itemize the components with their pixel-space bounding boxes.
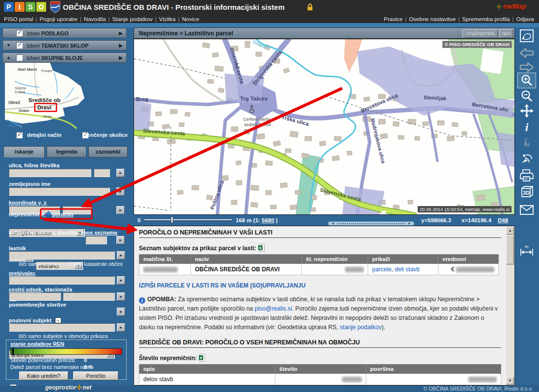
splitter-collapse-icon: ▲	[407, 221, 411, 225]
podlago-checkbox[interactable]: ✓	[16, 30, 23, 36]
parcela-stevilka-input[interactable]	[85, 236, 107, 244]
accordion-skupne-sloje[interactable]: ▲ Izberi SKUPNE SLOJE ▶	[2, 52, 127, 63]
full-extent-tool[interactable]	[517, 28, 536, 44]
koordinata-link[interactable]: koordinata y, x	[9, 200, 47, 206]
parcele-link[interactable]: parcele	[372, 266, 391, 273]
ren-title-link[interactable]: stanje podatkov REN	[10, 341, 64, 347]
menu-odjava[interactable]: Odjava	[516, 16, 534, 22]
storitve-search-button[interactable]: ▸	[117, 308, 125, 316]
geoprostor-logo[interactable]: geoprostornet	[45, 384, 91, 391]
print-tool[interactable]	[517, 168, 536, 183]
zemljepisno-input[interactable]	[9, 187, 110, 196]
menu-sprememba-profila[interactable]: Sprememba profila	[462, 16, 510, 22]
subjects-table-header-row: matična št. naziv št. nepremičnin prikaž…	[139, 255, 499, 264]
prebivalec-link[interactable]: prebivalec	[9, 270, 35, 276]
accordion-podlago[interactable]: ✓ Izberi PODLAGO ▶	[2, 28, 127, 38]
cestni-search-button[interactable]: ▸	[117, 292, 125, 301]
prebivalec-search-button[interactable]: ▸	[117, 276, 125, 285]
send-mail-tool[interactable]	[517, 202, 536, 218]
collapse-up-icon[interactable]: ▲	[6, 55, 11, 60]
poslovni-input[interactable]	[9, 323, 115, 332]
3d-view-tool[interactable]: 3D	[517, 184, 536, 200]
porocilo-link[interactable]: poročilo	[52, 211, 73, 217]
menu-vizitka[interactable]: Vizitka	[159, 16, 176, 22]
collapse-down-icon[interactable]: ▼	[6, 43, 11, 48]
stacionaza-input[interactable]	[63, 292, 115, 301]
menu-stanje-podatkov[interactable]: Stanje podatkov	[112, 16, 153, 22]
pan-tool[interactable]	[517, 103, 536, 119]
tab-iskanje[interactable]: iskanje	[3, 146, 45, 157]
subjects-list-label: Seznam subjektov za prikaz parcel v last…	[139, 244, 501, 252]
detajlni-nacin-checkbox[interactable]: ✓	[16, 132, 23, 138]
piso-email-link[interactable]: piso@realis.si	[255, 305, 292, 312]
menu-pravice[interactable]: Pravice	[384, 16, 403, 22]
zemljepisno-search-button[interactable]: ▸	[116, 187, 125, 196]
measure-tool[interactable]: m	[517, 242, 536, 258]
menu-osebne-nastavitve[interactable]: Osebne nastavitve	[409, 16, 456, 22]
gps-tool[interactable]	[517, 150, 536, 166]
map-canvas[interactable]: omerska cesta Štrigovska cesta Trg Talce…	[134, 39, 514, 214]
hisna-stevilka-input[interactable]	[94, 169, 110, 177]
koordinata-search-button[interactable]: ▸	[116, 206, 125, 214]
report-scrollbar[interactable]: ▲ ▼	[506, 227, 514, 385]
collapse-map-top-handle[interactable]	[380, 39, 387, 43]
report-panel: POROČILO O NEPREMIČNINAH V VAŠI LASTI Se…	[134, 226, 515, 386]
deli-stavb-link[interactable]: deli stavb	[395, 266, 420, 273]
user-menu: Pravice|Osebne nastavitve|Sprememba prof…	[384, 14, 534, 23]
identify-group-tool[interactable]: ig	[517, 134, 536, 150]
accordion-tematski-sklop[interactable]: ▼ ✓ Izberi TEMATSKI SKLOP ▶	[2, 40, 127, 51]
scroll-up-button[interactable]: ▲	[506, 227, 514, 235]
tab-zaznamki[interactable]: zaznamki	[88, 146, 128, 157]
excel-export-icon[interactable]: X	[258, 244, 265, 252]
expand-right-icon[interactable]: ▶	[119, 43, 123, 48]
scrollbar-thumb[interactable]	[506, 235, 514, 264]
logo-letter-i: I	[15, 2, 25, 12]
poslovni-search-button[interactable]: ▸	[117, 323, 125, 332]
vnos-seznama-link[interactable]: vnos seznama	[81, 230, 117, 235]
scale-value-link[interactable]: 5680	[262, 217, 274, 223]
overview-minimap[interactable]: Stari Marof Prodni Solzna Dolina Obrež G…	[5, 63, 89, 129]
kako-uredim-button[interactable]: Kako uredim?	[19, 371, 68, 380]
parcela-search-button[interactable]: ▸	[116, 236, 125, 244]
prebivalec-input[interactable]	[9, 276, 115, 285]
ulica-input[interactable]	[9, 169, 91, 177]
expand-right-icon[interactable]: ▶	[119, 30, 123, 36]
app-title: OBČINA SREDIŠČE OB DRAVI - Prostorski in…	[63, 3, 285, 11]
izpisi-parcele-link[interactable]: IZPIŠI PARCELE V LASTI RS IN VAŠEM (SO)U…	[139, 282, 501, 289]
poslovni-info-icon[interactable]: ▪	[55, 317, 61, 323]
scale-slider-handle[interactable]	[171, 216, 173, 223]
identify-tool[interactable]: i	[517, 119, 536, 135]
history-back-tool[interactable]	[517, 45, 536, 61]
expand-right-icon[interactable]: ▶	[119, 55, 123, 60]
menu-navodila[interactable]: Navodila	[84, 16, 106, 22]
tematski-checkbox[interactable]: ✓	[16, 42, 23, 49]
ulica-search-button[interactable]: ▸	[116, 169, 125, 177]
scale-slider-track[interactable]	[144, 219, 232, 221]
opis-button[interactable]: opis	[499, 29, 513, 38]
cestni-odsek-input[interactable]	[9, 292, 61, 301]
menu-piso-portal[interactable]: PISO portal	[4, 16, 33, 22]
map-viewport[interactable]: omerska cesta Štrigovska cesta Trg Talce…	[134, 39, 515, 215]
lastnik-input[interactable]	[9, 251, 115, 260]
tab-legenda[interactable]: legenda	[47, 146, 86, 157]
sloji-legenda-button[interactable]: sloji/legenda	[462, 29, 498, 38]
scroll-down-button[interactable]: ▼	[506, 377, 514, 385]
datum-link[interactable]: D48	[498, 217, 508, 223]
stanje-podatkov-link[interactable]: stanje podatkov	[340, 324, 381, 331]
col-povrsina: površina	[366, 364, 501, 373]
menu-pogoji-uporabe[interactable]: Pogoji uporabe	[39, 16, 77, 22]
col-maticna: matična št.	[139, 255, 191, 264]
zoom-in-tool[interactable]	[517, 73, 536, 88]
cestni-odsek-link[interactable]: cestni odsek	[9, 287, 42, 292]
lastnik-search-button[interactable]: ▸	[117, 251, 125, 260]
menu-novice[interactable]: Novice	[182, 16, 199, 22]
zoom-out-tool[interactable]	[517, 88, 536, 104]
excel-export-icon[interactable]: X	[199, 354, 205, 362]
panel-splitter[interactable]: ▲ ▲	[328, 221, 414, 226]
report-arrow-icon	[44, 211, 51, 217]
skupni-checkbox[interactable]	[16, 54, 23, 61]
collapse-map-bottom-handle[interactable]	[380, 211, 387, 214]
ren-porocilo-button[interactable]: Poročilo	[73, 371, 118, 380]
storitve-label: pomembnejše storitve	[9, 302, 66, 308]
map-header-bar: Nepremičnine > Lastništvo parcel sloji/l…	[134, 27, 515, 39]
